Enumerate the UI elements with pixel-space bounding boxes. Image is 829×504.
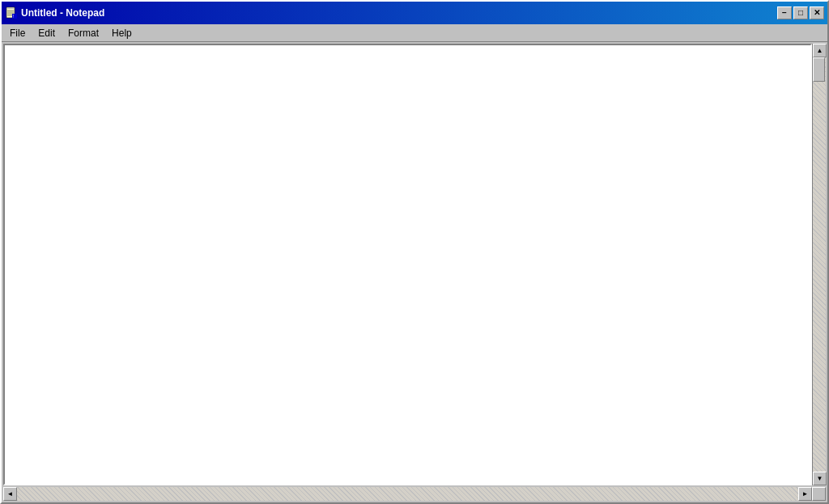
scroll-right-button[interactable]: ► — [798, 487, 812, 501]
maximize-button[interactable]: □ — [793, 6, 808, 19]
scroll-track-vertical[interactable] — [813, 57, 826, 472]
svg-text:!: ! — [13, 14, 14, 19]
vertical-scrollbar: ▲ ▼ — [812, 44, 826, 485]
svg-rect-1 — [7, 8, 14, 9]
resize-corner[interactable] — [812, 487, 826, 501]
content-area: ▲ ▼ — [2, 42, 827, 487]
text-editor[interactable] — [5, 45, 810, 484]
scroll-thumb-vertical[interactable] — [813, 57, 825, 82]
scroll-left-button[interactable]: ◄ — [3, 487, 17, 501]
close-button[interactable]: ✕ — [810, 6, 824, 19]
menu-bar: File Edit Format Help — [2, 24, 827, 42]
menu-help[interactable]: Help — [105, 25, 138, 41]
scroll-track-horizontal[interactable] — [17, 487, 798, 501]
notepad-icon: ! — [5, 6, 18, 19]
title-bar-buttons: − □ ✕ — [777, 6, 824, 19]
minimize-button[interactable]: − — [777, 6, 792, 19]
menu-file[interactable]: File — [3, 25, 32, 41]
title-bar-left: ! Untitled - Notepad — [5, 6, 104, 19]
scroll-down-button[interactable]: ▼ — [813, 472, 827, 485]
bottom-area: ◄ ► — [2, 487, 827, 502]
horizontal-scrollbar-wrapper: ◄ ► — [3, 487, 812, 501]
menu-edit[interactable]: Edit — [32, 25, 62, 41]
window-title: Untitled - Notepad — [21, 7, 104, 19]
scroll-up-button[interactable]: ▲ — [813, 44, 827, 57]
notepad-window: ! Untitled - Notepad − □ ✕ File Edit For… — [0, 0, 829, 504]
title-bar: ! Untitled - Notepad − □ ✕ — [2, 2, 827, 24]
menu-format[interactable]: Format — [62, 25, 105, 41]
text-area-wrapper — [3, 44, 812, 485]
